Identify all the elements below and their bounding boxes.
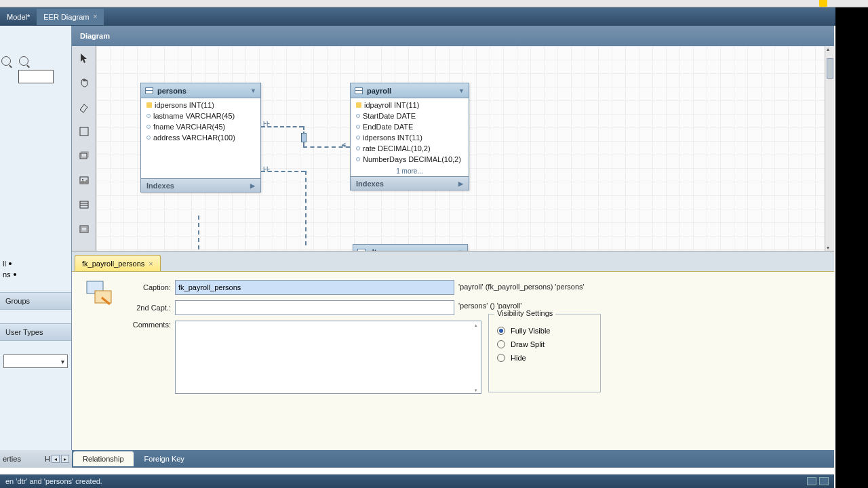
nav-next-icon[interactable]: ▸ [61,455,69,463]
table-tool-icon[interactable] [77,198,91,211]
svg-point-4 [82,179,83,180]
column-text: NumberDays DECIMAL(10,2) [363,155,461,163]
radio-draw-split[interactable]: Draw Split [497,340,592,348]
column-text: lastname VARCHAR(45) [153,112,235,120]
column-row[interactable]: lastname VARCHAR(45) [141,110,260,121]
entity-dtr[interactable]: dtr ▼ [353,244,468,251]
pointer-tool-icon[interactable] [77,52,91,65]
column-row[interactable]: idpersons INT(11) [351,132,469,143]
field-icon [146,114,151,118]
column-text: rate DECIMAL(10,2) [363,144,431,152]
spinner-up-icon[interactable]: ▴ [475,321,483,330]
nav-h-label: H [45,455,50,463]
note-tool-icon[interactable] [77,125,91,138]
caption-input[interactable] [175,280,454,295]
field-icon [356,125,360,129]
tree-item[interactable]: ns [3,270,71,279]
entity-header[interactable]: dtr ▼ [353,245,467,251]
tool-palette [72,46,96,251]
radio-icon [497,340,505,348]
svg-rect-11 [95,291,111,303]
spinner-down-icon[interactable]: ▾ [475,386,483,395]
entity-columns: idpayroll INT(11) StartDate DATE EndDate… [351,98,469,166]
hand-tool-icon[interactable] [77,76,91,89]
column-text: StartDate DATE [363,112,416,120]
section-groups[interactable]: Groups [0,292,71,310]
tab-foreign-key[interactable]: Foreign Key [135,451,194,466]
navigator-preview[interactable] [18,70,54,83]
relationship-line[interactable] [198,216,199,249]
section-user-types[interactable]: User Types [0,323,71,341]
eraser-tool-icon[interactable] [77,100,91,114]
image-tool-icon[interactable] [77,174,91,187]
tab-label: Model* [7,13,30,21]
radio-icon [497,354,505,362]
bullet-icon [9,262,12,265]
column-row[interactable]: fname VARCHAR(45) [141,121,260,132]
close-icon[interactable]: × [94,13,98,20]
visibility-legend: Visibility Settings [494,309,555,317]
entity-payroll[interactable]: payroll ▼ idpayroll INT(11) StartDate DA… [350,83,469,190]
column-row[interactable]: StartDate DATE [351,110,469,121]
indexes-section[interactable]: Indexes▶ [141,178,260,192]
diagram-canvas[interactable]: persons ▼ idpersons INT(11) lastname VAR… [96,46,825,251]
indexes-label: Indexes [356,180,384,188]
radio-label: Draw Split [511,340,545,348]
nav-prev-icon[interactable]: ◂ [52,455,60,463]
status-box-icon[interactable] [819,477,829,485]
entity-header[interactable]: payroll ▼ [351,83,469,98]
field-icon [356,114,360,118]
tree-item[interactable]: ll [3,260,71,268]
second-caption-label: 2nd Capt.: [126,304,171,312]
column-row[interactable]: NumberDays DECIMAL(10,2) [351,154,469,165]
diagram-header: Diagram [72,26,834,46]
nav-label: erties [3,455,21,463]
top-toolbar [0,0,868,7]
relationship-line[interactable] [305,171,307,245]
view-tool-icon[interactable] [77,222,91,236]
more-columns[interactable]: 1 more... [351,166,469,176]
entity-name: payroll [367,87,391,95]
zoom-in-icon[interactable] [19,56,28,66]
tab-label: Foreign Key [144,455,184,463]
radio-hide[interactable]: Hide [497,354,592,362]
close-icon[interactable]: × [149,260,153,268]
status-bar: en 'dtr' and 'persons' created. [0,474,834,488]
indexes-section[interactable]: Indexes▶ [351,176,469,190]
svg-rect-9 [81,227,87,231]
field-icon [356,157,360,161]
type-dropdown[interactable] [3,354,68,368]
column-row[interactable]: idpersons INT(11) [141,100,260,110]
svg-rect-0 [80,127,88,136]
status-box-icon[interactable] [807,477,816,485]
entity-persons[interactable]: persons ▼ idpersons INT(11) lastname VAR… [140,83,261,192]
entity-header[interactable]: persons ▼ [141,83,260,98]
column-row[interactable]: idpayroll INT(11) [351,100,469,110]
tab-model[interactable]: Model* [0,9,37,25]
bottom-tabs: Relationship Foreign Key [72,450,834,468]
left-sidebar: ll ns Groups User Types [0,26,72,460]
tab-eer-diagram[interactable]: EER Diagram × [37,9,104,25]
diagram-area: persons ▼ idpersons INT(11) lastname VAR… [72,46,834,251]
svg-rect-5 [80,201,88,208]
vertical-scrollbar[interactable] [825,46,834,251]
document-tabs: Model* EER Diagram × [0,7,868,26]
left-bottom-nav: erties H ◂ ▸ [0,450,72,468]
chevron-down-icon[interactable]: ▼ [458,87,465,94]
layer-tool-icon[interactable] [77,149,91,163]
radio-fully-visible[interactable]: Fully Visible [497,327,592,335]
column-row[interactable]: rate DECIMAL(10,2) [351,143,469,154]
diagram-title: Diagram [80,32,110,40]
column-row[interactable]: EndDate DATE [351,121,469,132]
property-tab-fk[interactable]: fk_payroll_persons × [75,255,161,271]
chevron-down-icon[interactable]: ▼ [250,87,256,94]
tab-relationship[interactable]: Relationship [73,451,134,466]
column-text: idpayroll INT(11) [364,101,419,109]
scrollbar-thumb[interactable] [827,58,833,79]
relationship-handle[interactable] [301,133,307,142]
column-row[interactable]: address VARCHAR(100) [141,132,260,143]
comments-input[interactable] [175,321,481,394]
second-caption-input[interactable] [175,300,454,315]
column-text: address VARCHAR(100) [153,134,235,142]
zoom-out-icon[interactable] [1,56,11,66]
